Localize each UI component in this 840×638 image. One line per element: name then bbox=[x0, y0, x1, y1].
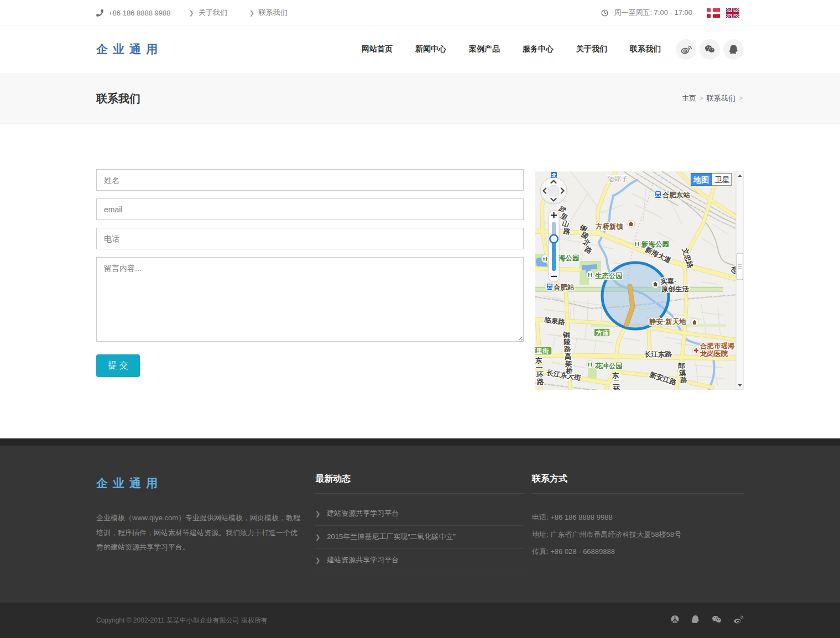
svg-text:路: 路 bbox=[564, 346, 571, 353]
svg-text:路: 路 bbox=[536, 378, 544, 386]
svg-text:合肥站: 合肥站 bbox=[553, 284, 575, 291]
svg-text:龙岗医院: 龙岗医院 bbox=[700, 349, 728, 358]
svg-text:东: 东 bbox=[612, 372, 619, 379]
svg-text:生态公园: 生态公园 bbox=[594, 272, 623, 280]
svg-text:新海公园: 新海公园 bbox=[641, 240, 669, 248]
svg-text:地图: 地图 bbox=[693, 175, 709, 184]
svg-text:溪: 溪 bbox=[679, 369, 686, 377]
svg-text:静安·新天地: 静安·新天地 bbox=[649, 318, 686, 326]
svg-text:三里街: 三里街 bbox=[535, 348, 549, 354]
svg-text:原创生活: 原创生活 bbox=[661, 285, 690, 293]
svg-text:高: 高 bbox=[565, 353, 572, 360]
svg-text:郎: 郎 bbox=[678, 362, 685, 370]
svg-text:北: 北 bbox=[551, 172, 556, 178]
svg-text:一: 一 bbox=[536, 364, 543, 372]
svg-text:陆郢子: 陆郢子 bbox=[607, 175, 628, 183]
svg-text:东: 东 bbox=[535, 357, 542, 364]
svg-text:卫星: 卫星 bbox=[714, 175, 730, 184]
svg-text:铜: 铜 bbox=[562, 331, 570, 339]
svg-text:陵: 陵 bbox=[564, 338, 571, 346]
svg-text:合肥东站: 合肥东站 bbox=[662, 191, 691, 199]
svg-text:实嘉·: 实嘉· bbox=[660, 277, 676, 285]
svg-text:环: 环 bbox=[613, 385, 620, 390]
svg-text:长江东路: 长江东路 bbox=[644, 351, 672, 358]
svg-text:海公园: 海公园 bbox=[558, 254, 580, 262]
svg-text:路: 路 bbox=[680, 376, 687, 384]
svg-text:环: 环 bbox=[536, 371, 544, 379]
svg-text:合肥市瑶海: 合肥市瑶海 bbox=[700, 342, 735, 350]
svg-text:架: 架 bbox=[565, 360, 572, 368]
svg-text:花冲公园: 花冲公园 bbox=[594, 362, 623, 370]
svg-text:桥: 桥 bbox=[565, 367, 573, 375]
svg-text:方庙: 方庙 bbox=[596, 329, 609, 336]
svg-text:方桥新镇: 方桥新镇 bbox=[595, 222, 624, 231]
